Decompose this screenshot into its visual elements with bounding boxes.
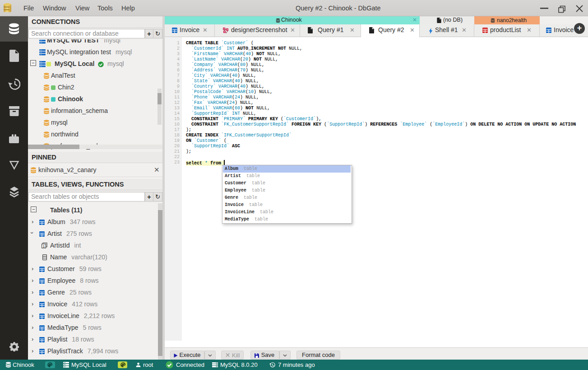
- svg-text:1: 1: [43, 244, 45, 248]
